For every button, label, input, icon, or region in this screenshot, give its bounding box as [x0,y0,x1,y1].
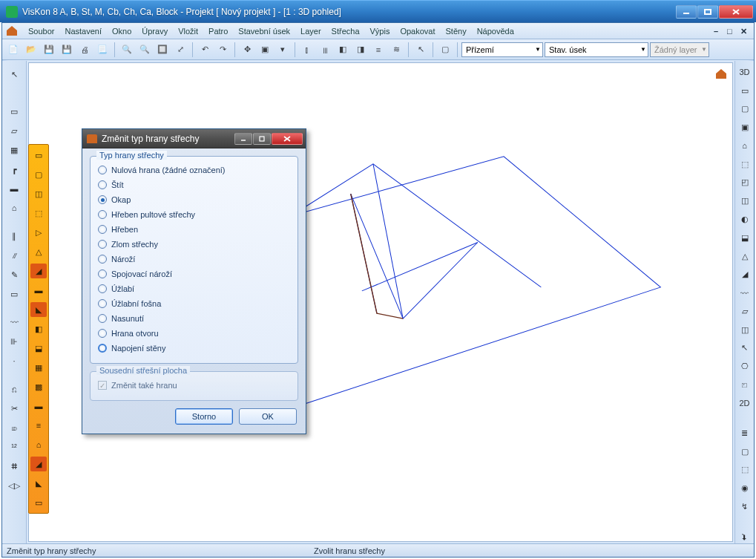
roof-tool-4-icon[interactable]: ⬚ [30,206,47,220]
menu-strecha[interactable]: Střecha [326,25,365,37]
tool-b-icon[interactable]: ⎄ [6,420,22,435]
rt-2-icon[interactable]: ▢ [737,102,753,117]
edge-type-option[interactable]: Nulová hrana (žádné označení) [98,163,290,177]
rt-5-icon[interactable]: ⬚ [737,157,753,171]
roof-tool-14-icon[interactable]: ▬ [30,399,47,413]
cube-icon[interactable]: ▣ [257,42,273,58]
dialog-titlebar[interactable]: Změnit typ hrany střechy [82,129,306,148]
edge-type-option[interactable]: Napojení stěny [98,341,290,356]
roof-tool-16-icon[interactable]: ⌂ [30,437,47,452]
roof-tool-15-icon[interactable]: ≡ [30,418,47,433]
print-icon[interactable]: 🖨 [76,42,93,58]
edge-type-option[interactable]: Hřeben pultové střechy [98,207,290,222]
bars-icon[interactable]: ⊪ [6,334,22,349]
view-3d-icon[interactable]: 3D [737,65,753,79]
rt-17-icon[interactable]: ⏍ [737,378,753,392]
arrows-icon[interactable]: ◁▷ [6,478,22,493]
snap4-icon[interactable]: ◨ [352,42,369,58]
pen-icon[interactable]: ✎ [6,267,22,282]
box-icon[interactable]: ▢ [437,42,453,58]
rt-20-icon[interactable]: ▢ [737,445,753,459]
ok-button[interactable]: OK [239,408,297,425]
menu-opakovat[interactable]: Opakovat [395,25,440,37]
snap1-icon[interactable]: ⫿ [299,42,315,58]
menu-soubor[interactable]: Soubor [23,25,59,37]
cut-icon[interactable]: ✂ [6,401,22,416]
edge-type-option[interactable]: Hrana otvoru [98,326,290,341]
rt-15-icon[interactable]: ↖ [737,341,753,355]
roof-tool-5-icon[interactable]: ▷ [30,225,47,240]
rt-13-icon[interactable]: ▱ [737,304,753,318]
edge-type-option[interactable]: Úžlabí [98,281,290,296]
mdi-close-button[interactable]: ✕ [740,27,749,36]
edge-type-option[interactable]: Hřeben [98,222,290,237]
rt-1-icon[interactable]: ▭ [737,84,753,98]
rt-23-icon[interactable]: ↯ [737,500,753,514]
wave-icon[interactable]: 〰 [6,315,22,330]
zoom-out-icon[interactable]: 🔍 [137,42,153,58]
snap5-icon[interactable]: ≡ [370,42,387,58]
floor-dropdown[interactable]: Přízemí▼ [461,42,543,57]
save-as-icon[interactable]: 💾 [59,42,75,58]
dialog-close-button[interactable] [272,133,303,145]
move-icon[interactable]: ✥ [239,42,255,58]
zoom-all-icon[interactable]: ⤢ [172,42,188,58]
roof-tool-19-icon[interactable]: ▭ [30,495,47,510]
roof-tool-8-icon[interactable]: ▬ [30,283,47,298]
rt-11-icon[interactable]: ◢ [737,267,753,281]
menu-napoveda[interactable]: Nápověda [472,25,519,37]
beam-icon[interactable]: ▬ [6,181,22,196]
print-preview-icon[interactable]: 📃 [94,42,111,58]
dialog-maximize-button[interactable] [253,133,271,145]
edge-type-option[interactable]: Štít [98,177,290,192]
change-also-edge-checkbox[interactable]: ✓ Změnit také hranu [98,378,290,393]
rt-4-icon[interactable]: ⌂ [737,139,753,153]
menu-upravy[interactable]: Úpravy [137,25,173,37]
zoom-in-icon[interactable]: 🔍 [119,42,135,58]
edge-type-option[interactable]: Nasunutí [98,311,290,326]
rt-6-icon[interactable]: ◰ [737,176,753,190]
open-file-icon[interactable]: 📂 [23,42,39,58]
window-maximize-button[interactable] [697,5,718,19]
edge-type-option[interactable]: Spojovací nároží [98,267,290,281]
menu-stavebni-usek[interactable]: Stavební úsek [233,25,295,37]
menu-vypis[interactable]: Výpis [365,25,395,37]
grid-icon[interactable]: ▦ [6,143,22,157]
mdi-minimize-button[interactable]: – [714,27,723,36]
snap2-icon[interactable]: ⫼ [317,42,333,58]
window-minimize-button[interactable] [676,5,697,19]
roof-tool-9-icon[interactable]: ◣ [30,302,47,317]
menu-vlozit[interactable]: Vložit [173,25,203,37]
rt-12-icon[interactable]: 〰 [737,286,753,300]
dialog-minimize-button[interactable] [234,133,252,145]
edge-type-option[interactable]: Úžlabní fošna [98,296,290,311]
menu-layer[interactable]: Layer [295,25,326,37]
roof-tool-1-icon[interactable]: ▭ [30,148,47,163]
rt-21-icon[interactable]: ⬚ [737,462,753,477]
num-icon[interactable]: ¹² [6,439,22,454]
menu-nastaveni[interactable]: Nastavení [59,25,107,37]
rt-14-icon[interactable]: ◫ [737,323,753,337]
edge-type-option[interactable]: Zlom střechy [98,237,290,252]
menu-steny[interactable]: Stěny [441,25,472,37]
undo-icon[interactable]: ↶ [197,42,213,58]
snap6-icon[interactable]: ≋ [388,42,404,58]
rt-10-icon[interactable]: △ [737,249,753,264]
roof-tool-12-icon[interactable]: ▦ [30,360,47,375]
mdi-restore-button[interactable]: □ [727,27,736,36]
save-icon[interactable]: 💾 [41,42,57,58]
wall-icon[interactable]: ▭ [6,104,22,119]
rt-9-icon[interactable]: ⬓ [737,231,753,245]
roof-tool-3-icon[interactable]: ◫ [30,186,47,201]
lines2-icon[interactable]: ⫽ [6,248,22,263]
dropdown-icon[interactable]: ▾ [275,42,291,58]
dot-icon[interactable]: · [6,353,22,368]
cancel-button[interactable]: Storno [175,408,233,425]
rt-7-icon[interactable]: ◫ [737,194,753,208]
profile-icon[interactable]: ┏ [6,162,22,177]
card-icon[interactable]: ▭ [6,287,22,301]
zoom-window-icon[interactable]: 🔲 [154,42,171,58]
menu-okno[interactable]: Okno [107,25,137,37]
rt-3-icon[interactable]: ▣ [737,120,753,134]
menu-patro[interactable]: Patro [203,25,233,37]
